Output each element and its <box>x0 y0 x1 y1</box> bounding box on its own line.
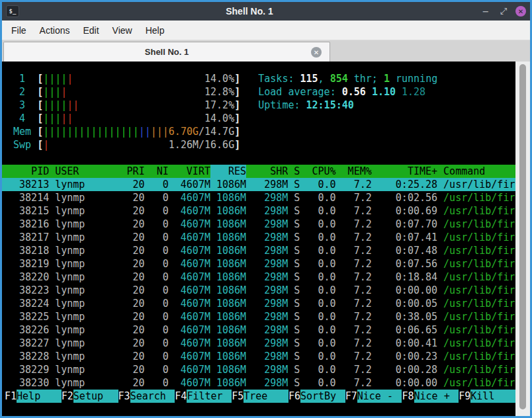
process-row-38219[interactable]: 38219lynmp2004607M1086M298MS0.07.20:07.5… <box>2 257 515 271</box>
menu-actions[interactable]: Actions <box>33 25 77 36</box>
column-header-shr[interactable]: SHR <box>246 165 288 178</box>
restore-button[interactable]: ⤢ <box>498 5 510 17</box>
process-row-38214[interactable]: 38214lynmp2004607M1086M298MS0.07.20:02.5… <box>2 191 515 204</box>
process-row-38226[interactable]: 38226lynmp2004607M1086M298MS0.07.20:06.6… <box>2 323 515 337</box>
cell-mem: 7.2 <box>336 244 372 257</box>
cell-user: lynmp <box>49 204 126 218</box>
fkey-f2[interactable]: F2Setup <box>62 390 118 403</box>
cell-pri: 20 <box>127 376 145 390</box>
cell-ni: 0 <box>145 271 169 284</box>
function-key-bar: F1HelpF2SetupF3SearchF4FilterF5TreeF6Sor… <box>2 390 515 403</box>
cell-mem: 7.2 <box>336 257 372 271</box>
column-header-pid[interactable]: PID <box>7 165 49 178</box>
cell-cpu: 0.0 <box>300 244 335 257</box>
cell-shr: 298M <box>246 231 288 244</box>
cell-res: 1086M <box>210 363 246 376</box>
menu-help[interactable]: Help <box>139 25 171 36</box>
cell-user: lynmp <box>49 323 126 337</box>
cell-pid: 38220 <box>7 271 49 284</box>
titlebar: $_ Shell No. 1 − ⤢ ✕ <box>2 2 530 21</box>
cell-command: /usr/lib/fir <box>437 323 515 337</box>
cell-mem: 7.2 <box>336 323 372 337</box>
process-row-38223[interactable]: 38223lynmp2004607M1086M298MS0.07.20:00.0… <box>2 284 515 297</box>
fkey-f5[interactable]: F5Tree <box>232 390 288 403</box>
fkey-f9[interactable]: F9Kill <box>459 390 515 403</box>
cell-s: S <box>288 323 300 337</box>
cell-s: S <box>288 191 300 204</box>
process-row-38216[interactable]: 38216lynmp2004607M1086M298MS0.07.20:07.7… <box>2 218 515 231</box>
cell-pid: 38218 <box>7 244 49 257</box>
process-row-38217[interactable]: 38217lynmp2004607M1086M298MS0.07.20:07.4… <box>2 231 515 244</box>
process-row-38225[interactable]: 38225lynmp2004607M1086M298MS0.07.20:38.0… <box>2 310 515 323</box>
cell-res: 1086M <box>210 257 246 271</box>
cell-res: 1086M <box>210 244 246 257</box>
column-header-ni[interactable]: NI <box>145 165 169 178</box>
process-row-38227[interactable]: 38227lynmp2004607M1086M298MS0.07.20:00.4… <box>2 337 515 350</box>
cell-pid: 38229 <box>7 363 49 376</box>
column-header-command[interactable]: Command <box>437 165 485 178</box>
menu-edit[interactable]: Edit <box>76 25 105 36</box>
process-row-38229[interactable]: 38229lynmp2004607M1086M298MS0.07.20:00.2… <box>2 363 515 376</box>
fkey-f4[interactable]: F4Filter <box>175 390 232 403</box>
cell-virt: 4607M <box>169 231 210 244</box>
cell-ni: 0 <box>145 257 169 271</box>
cell-virt: 4607M <box>169 376 210 390</box>
cell-pri: 20 <box>127 363 145 376</box>
menu-view[interactable]: View <box>106 25 139 36</box>
cell-shr: 298M <box>246 218 288 231</box>
cell-shr: 298M <box>246 350 288 363</box>
fkey-f1[interactable]: F1Help <box>5 390 62 403</box>
window-controls: − ⤢ ✕ <box>480 5 526 17</box>
fkey-f8[interactable]: F8Nice + <box>402 390 459 403</box>
cell-time: 0:00.23 <box>372 350 437 363</box>
column-header-res[interactable]: RES <box>210 165 246 178</box>
cpu2-meter: 2 [||||12.8%] <box>7 85 258 99</box>
cell-mem: 7.2 <box>336 310 372 323</box>
cell-shr: 298M <box>246 310 288 323</box>
process-row-38230[interactable]: 38230lynmp2004607M1086M298MS0.07.20:00.0… <box>2 376 515 390</box>
column-header-s[interactable]: S <box>288 165 300 178</box>
cell-time: 0:06.65 <box>372 323 437 337</box>
process-row-38220[interactable]: 38220lynmp2004607M1086M298MS0.07.20:18.8… <box>2 271 515 284</box>
fkey-f7[interactable]: F7Nice - <box>345 390 402 403</box>
cell-shr: 298M <box>246 257 288 271</box>
tab-shell-no-1[interactable]: Shell No. 1 ✕ <box>3 42 330 62</box>
process-row-38218[interactable]: 38218lynmp2004607M1086M298MS0.07.20:07.4… <box>2 244 515 257</box>
minimize-button[interactable]: − <box>480 5 492 17</box>
cell-s: S <box>288 350 300 363</box>
swp-meter: Swp [|1.26M/16.6G] <box>7 138 258 151</box>
scrollbar-thumb[interactable] <box>519 64 526 409</box>
cell-pid: 38216 <box>7 218 49 231</box>
cell-ni: 0 <box>145 204 169 218</box>
close-button[interactable]: ✕ <box>515 6 526 17</box>
cell-command: /usr/lib/fir <box>437 191 515 204</box>
scrollbar[interactable] <box>515 62 530 416</box>
cell-mem: 7.2 <box>336 350 372 363</box>
terminal-screen: 1 [|||||14.0%]Tasks: 115, 854 thr; 1 run… <box>2 62 530 416</box>
column-header-pri[interactable]: PRI <box>127 165 145 178</box>
tab-close-icon[interactable]: ✕ <box>311 47 322 58</box>
cell-time: 0:00.05 <box>372 297 437 310</box>
cell-cpu: 0.0 <box>300 323 335 337</box>
cell-mem: 7.2 <box>336 178 372 191</box>
fkey-f6[interactable]: F6SortBy <box>288 390 345 403</box>
cell-cpu: 0.0 <box>300 204 335 218</box>
fkey-f3[interactable]: F3Search <box>118 390 175 403</box>
cell-pri: 20 <box>127 191 145 204</box>
column-header-cpu[interactable]: CPU% <box>300 165 335 178</box>
cell-s: S <box>288 204 300 218</box>
column-header-virt[interactable]: VIRT <box>169 165 210 178</box>
column-header-mem[interactable]: MEM% <box>336 165 372 178</box>
menu-file[interactable]: File <box>5 25 33 36</box>
process-row-38224[interactable]: 38224lynmp2004607M1086M298MS0.07.20:00.0… <box>2 297 515 310</box>
process-row-38213[interactable]: 38213lynmp2004607M1086M298MS0.07.20:25.2… <box>2 178 515 191</box>
cell-virt: 4607M <box>169 337 210 350</box>
column-header-user[interactable]: USER <box>49 165 126 178</box>
htop-output: 1 [|||||14.0%]Tasks: 115, 854 thr; 1 run… <box>2 62 530 403</box>
process-row-38215[interactable]: 38215lynmp2004607M1086M298MS0.07.20:00.6… <box>2 204 515 218</box>
process-row-38228[interactable]: 38228lynmp2004607M1086M298MS0.07.20:00.2… <box>2 350 515 363</box>
cell-cpu: 0.0 <box>300 376 335 390</box>
cell-shr: 298M <box>246 204 288 218</box>
cell-mem: 7.2 <box>336 376 372 390</box>
column-header-time[interactable]: TIME+ <box>372 165 437 178</box>
